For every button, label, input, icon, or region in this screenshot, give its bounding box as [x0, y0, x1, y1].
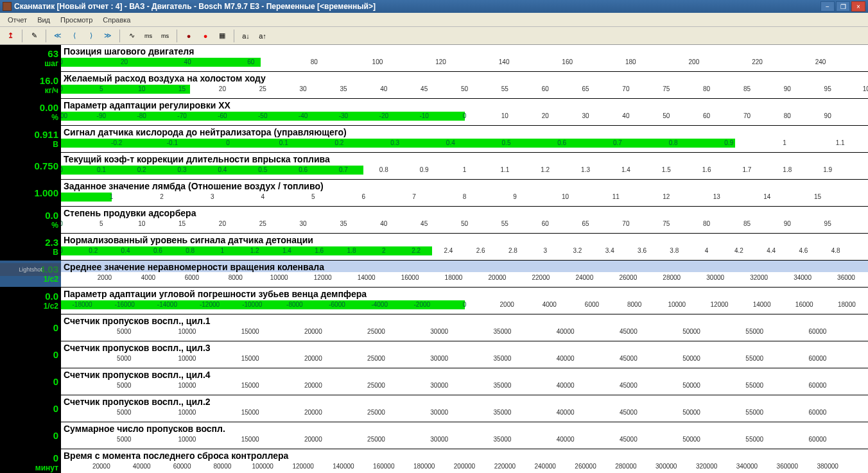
ms-plus-button[interactable]: ms	[157, 29, 173, 43]
content-cell: Счетчик пропусков воспл., цил.3500010000…	[61, 341, 868, 368]
tick-label: 340000	[736, 463, 758, 470]
grid-button[interactable]: ▦	[214, 29, 230, 43]
scale-ticks: -0.2-0.100.10.20.30.40.50.60.70.80.911.1	[61, 139, 868, 148]
param-row[interactable]: 0Счетчик пропусков воспл., цил.250001000…	[0, 395, 868, 422]
tick-label: 140	[499, 58, 510, 65]
maximize-button[interactable]: ❐	[836, 1, 850, 12]
param-row[interactable]: 0.750Текущий коэф-т коррекции длительнос…	[0, 153, 868, 180]
param-name: Сигнал датчика кислорода до нейтрализато…	[61, 126, 868, 137]
param-row[interactable]: 0.0%Степень продувки адсорбера0510152025…	[0, 207, 868, 234]
tick-label: 36000	[837, 274, 855, 281]
tick-label: 25000	[367, 355, 385, 362]
tick-label: 5000	[117, 355, 131, 362]
menu-help[interactable]: Справка	[98, 15, 135, 25]
tick-label: 4000	[141, 274, 155, 281]
tick-label: 18000	[838, 301, 856, 308]
tick-label: 3.2	[573, 247, 582, 254]
tick-label: 5	[100, 220, 103, 227]
tick-label: 0.2	[334, 139, 343, 146]
scale-ticks: 5000100001500020000250003000035000400004…	[61, 354, 868, 363]
first-button[interactable]: ≪	[50, 29, 65, 43]
menu-browse[interactable]: Просмотр	[55, 15, 98, 25]
tick-label: 10	[562, 193, 569, 200]
tick-label: 7	[412, 193, 416, 200]
next-button[interactable]: ⟩	[83, 29, 99, 43]
param-row[interactable]: 4.031/с2Среднее значение неравномерности…	[0, 261, 868, 288]
scale-ticks: 00.20.40.60.811.21.41.61.822.22.42.62.83…	[61, 246, 868, 255]
param-row[interactable]: 0.911ВСигнал датчика кислорода до нейтра…	[0, 126, 868, 153]
sort-desc-button[interactable]: a↑	[255, 29, 270, 43]
param-row[interactable]: 0.00%Параметр адаптации регулировки ХХ-1…	[0, 99, 868, 126]
value-cell: 1.000	[0, 180, 61, 206]
scale-bar: 5000100001500020000250003000035000400004…	[61, 435, 868, 447]
param-row[interactable]: 0Счетчик пропусков воспл., цил.150001000…	[0, 314, 868, 341]
param-name: Заданное значение лямбда (Отношение возд…	[61, 180, 868, 191]
tick-label: 10	[501, 112, 508, 119]
param-row[interactable]: 2.3ВНормализованный уровень сигнала датч…	[0, 234, 868, 261]
record-button[interactable]: ●	[198, 29, 213, 43]
tick-label: 9	[513, 193, 517, 200]
tick-label: 30	[300, 220, 307, 227]
tick-label: 1	[110, 193, 114, 200]
tick-label: 100	[863, 85, 868, 92]
value-cell: 0	[0, 314, 61, 341]
menu-view[interactable]: Вид	[32, 15, 55, 25]
menu-report[interactable]: Отчет	[3, 15, 32, 25]
last-button[interactable]: ≫	[100, 29, 116, 43]
tick-label: 35000	[494, 382, 512, 389]
new-button[interactable]: ✎	[26, 29, 42, 43]
tick-label: 2000	[500, 301, 514, 308]
param-row[interactable]: 0.01/с2Параметр адаптации угловой погреш…	[0, 288, 868, 314]
tick-label: 20	[219, 85, 226, 92]
tick-label: 4.4	[767, 247, 776, 254]
separator	[177, 30, 177, 42]
tick-label: 13	[713, 193, 720, 200]
tick-label: 3	[211, 193, 214, 200]
separator	[119, 30, 120, 42]
wave-button[interactable]: ∿	[124, 29, 139, 43]
sort-asc-button[interactable]: a↓	[238, 29, 254, 43]
tick-label: 20000	[304, 409, 322, 416]
param-value: 0.0	[45, 211, 58, 220]
tick-label: 24000	[575, 274, 593, 281]
param-row[interactable]: 0Счетчик пропусков воспл., цил.450001000…	[0, 368, 868, 395]
param-row[interactable]: 0Суммарное число пропусков воспл.5000100…	[0, 422, 868, 449]
param-name: Желаемый расход воздуха на холостом ходу	[61, 72, 868, 83]
minimize-button[interactable]: −	[820, 1, 835, 12]
tick-label: 4.2	[734, 247, 743, 254]
tick-label: 10000	[178, 436, 196, 443]
param-name: Степень продувки адсорбера	[61, 207, 868, 218]
tick-label: 60000	[809, 355, 827, 362]
tick-label: 0.9	[420, 166, 429, 173]
ms-minus-button[interactable]: ms	[141, 29, 156, 43]
tick-label: 40000	[133, 463, 151, 470]
tick-label: -18000	[73, 301, 92, 308]
tick-label: 30000	[430, 409, 448, 416]
param-row[interactable]: 0минутВремя с момента последнего сброса …	[0, 449, 868, 473]
tick-label: 12000	[314, 274, 332, 281]
param-row[interactable]: 16.0кг/чЖелаемый расход воздуха на холос…	[0, 72, 868, 99]
param-row[interactable]: 1.000Заданное значение лямбда (Отношение…	[0, 180, 868, 207]
tick-label: 40	[380, 85, 387, 92]
tick-label: 10000	[178, 382, 196, 389]
param-value: 0.750	[34, 161, 58, 171]
param-name: Параметр адаптации угловой погрешности з…	[61, 288, 868, 299]
tick-label: 380000	[817, 463, 838, 470]
param-value: 1.000	[34, 188, 58, 198]
tick-label: 8000	[229, 274, 243, 281]
param-row[interactable]: 0Счетчик пропусков воспл., цил.350001000…	[0, 341, 868, 368]
close-button[interactable]: ×	[851, 1, 865, 12]
tick-label: 32000	[750, 274, 768, 281]
prev-button[interactable]: ⟨	[67, 29, 82, 43]
tick-label: 0.7	[339, 166, 348, 173]
tick-label: 5000	[117, 409, 131, 416]
tick-label: 15000	[241, 409, 259, 416]
tick-label: 1	[463, 166, 467, 173]
up-button[interactable]: ↥	[3, 29, 18, 43]
record-dot-button[interactable]: ●	[181, 29, 196, 43]
tick-label: -0.1	[167, 139, 178, 146]
param-row[interactable]: 63шагПозиция шагового двигателя020406080…	[0, 45, 868, 72]
tick-label: 80	[703, 85, 710, 92]
tick-label: 70	[743, 112, 751, 119]
tick-label: 15	[814, 193, 821, 200]
